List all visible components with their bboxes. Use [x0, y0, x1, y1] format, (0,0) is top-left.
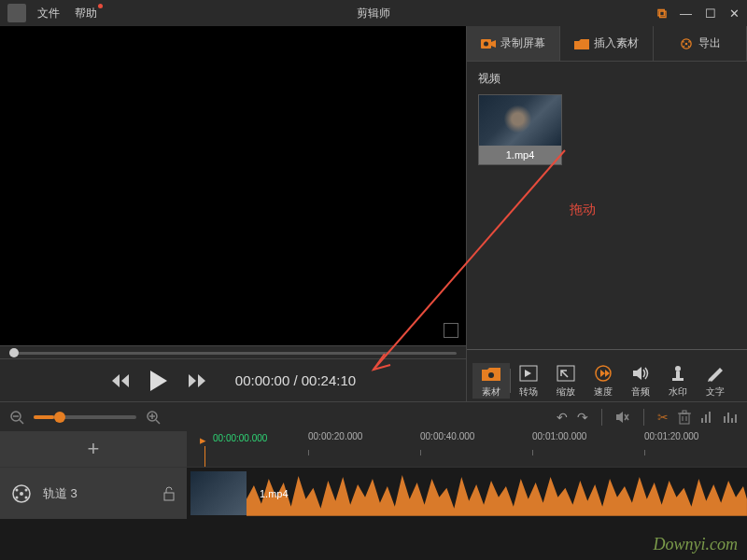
- ruler-mark: 00:01:00.000: [532, 431, 586, 441]
- svg-point-3: [685, 42, 688, 45]
- tool-audio[interactable]: 音频: [622, 363, 659, 399]
- svg-rect-25: [683, 411, 686, 413]
- svg-rect-41: [164, 493, 174, 500]
- media-clip-thumbnail[interactable]: 1.mp4: [478, 94, 562, 165]
- svg-rect-31: [724, 416, 726, 423]
- thumbnail-image: [479, 95, 561, 146]
- film-reel-icon: [11, 483, 32, 504]
- svg-rect-34: [735, 414, 737, 423]
- waveform-icon: [247, 471, 747, 516]
- close-icon[interactable]: ✕: [729, 7, 740, 21]
- watermark-icon: [668, 363, 688, 384]
- svg-line-22: [156, 420, 160, 424]
- minimize-icon[interactable]: —: [680, 7, 692, 21]
- scrub-bar[interactable]: [0, 345, 466, 358]
- speed-icon: [593, 363, 613, 384]
- fullscreen-icon[interactable]: [444, 323, 458, 338]
- tool-text[interactable]: 文字: [697, 363, 734, 399]
- play-button[interactable]: [148, 369, 170, 393]
- transition-icon: [518, 363, 539, 384]
- undo-button[interactable]: ↶: [557, 410, 568, 425]
- track-body[interactable]: 1.mp4: [187, 468, 747, 519]
- svg-point-38: [25, 488, 28, 491]
- svg-point-37: [16, 488, 19, 491]
- tab-insert-media[interactable]: 插入素材: [560, 26, 654, 61]
- svg-point-1: [484, 41, 488, 46]
- next-button[interactable]: [187, 372, 207, 389]
- svg-point-13: [675, 366, 681, 371]
- media-section-header: 视频: [478, 71, 736, 87]
- tool-speed-label: 速度: [594, 385, 613, 399]
- tool-audio-label: 音频: [631, 385, 650, 399]
- svg-rect-11: [557, 366, 574, 381]
- delete-button[interactable]: [678, 410, 691, 425]
- tool-material-label: 素材: [482, 385, 500, 399]
- cut-button[interactable]: ✂: [657, 410, 669, 425]
- svg-rect-30: [709, 412, 711, 423]
- app-title: 剪辑师: [357, 6, 390, 21]
- clip-thumbnail: [190, 471, 247, 515]
- zoom-in-button[interactable]: [146, 410, 161, 425]
- maximize-icon[interactable]: ☐: [705, 7, 716, 21]
- text-icon: [705, 363, 726, 384]
- svg-line-18: [20, 420, 23, 424]
- user-avatar[interactable]: [7, 4, 26, 22]
- tool-transition[interactable]: 转场: [510, 363, 547, 399]
- svg-point-4: [683, 41, 684, 43]
- tab-export[interactable]: 导出: [654, 26, 747, 61]
- mute-button[interactable]: [615, 411, 630, 424]
- track-lock-icon[interactable]: [162, 486, 176, 501]
- folder-icon: [481, 363, 501, 384]
- tool-speed[interactable]: 速度: [585, 363, 622, 399]
- clip-label: 1.mp4: [260, 488, 289, 499]
- timeline-clip[interactable]: 1.mp4: [190, 471, 747, 515]
- tool-text-label: 文字: [706, 385, 725, 399]
- timeline-playhead[interactable]: ▸ 00:00:00.000: [200, 431, 206, 448]
- redo-button[interactable]: ↷: [577, 410, 588, 425]
- tab-export-label: 导出: [698, 35, 721, 51]
- svg-rect-23: [680, 413, 689, 424]
- levels-button[interactable]: [700, 411, 713, 424]
- ruler-mark: 00:00:40.000: [420, 431, 474, 441]
- tool-zoom-label: 缩放: [557, 385, 575, 399]
- svg-point-9: [488, 372, 494, 378]
- menu-file[interactable]: 文件: [37, 6, 60, 21]
- zoom-slider[interactable]: [34, 415, 136, 419]
- zoom-icon: [556, 363, 576, 384]
- tab-insert-label: 插入素材: [594, 35, 639, 51]
- tool-watermark-label: 水印: [669, 385, 687, 399]
- restore-icon[interactable]: ⧉: [657, 6, 667, 21]
- tool-zoom[interactable]: 缩放: [547, 363, 585, 399]
- scrub-handle[interactable]: [9, 348, 19, 357]
- total-time: 00:24:10: [302, 372, 356, 388]
- track-header[interactable]: 轨道 3: [0, 468, 187, 519]
- ruler-mark: 00:01:20.000: [644, 431, 698, 441]
- equalizer-button[interactable]: [723, 411, 738, 424]
- menu-help[interactable]: 帮助: [75, 6, 97, 21]
- timeline-ruler[interactable]: ▸ 00:00:00.000 00:00:20.000 00:00:40.000…: [187, 431, 747, 467]
- svg-rect-32: [727, 413, 729, 423]
- tool-watermark[interactable]: 水印: [659, 363, 697, 399]
- tool-material[interactable]: 素材: [472, 363, 510, 399]
- zoom-slider-handle[interactable]: [54, 412, 65, 423]
- time-display: 00:00:00 / 00:24:10: [235, 372, 356, 388]
- svg-rect-33: [731, 418, 733, 423]
- svg-point-7: [688, 45, 690, 47]
- add-track-button[interactable]: +: [0, 431, 187, 467]
- drag-hint-text: 拖动: [570, 202, 596, 218]
- svg-rect-15: [672, 378, 684, 381]
- playhead-time: 00:00:00.000: [213, 433, 267, 443]
- svg-point-6: [684, 45, 685, 47]
- svg-point-39: [16, 496, 19, 498]
- playhead-flag-icon: ▸: [200, 433, 206, 447]
- page-watermark: Downyi.com: [654, 535, 738, 554]
- prev-button[interactable]: [110, 372, 131, 389]
- svg-rect-29: [705, 414, 707, 423]
- svg-rect-14: [676, 371, 680, 378]
- tab-record-screen[interactable]: 录制屏幕: [467, 26, 560, 61]
- ruler-mark: 00:00:20.000: [308, 431, 362, 441]
- zoom-out-button[interactable]: [9, 410, 24, 425]
- svg-point-36: [20, 492, 23, 496]
- tool-transition-label: 转场: [519, 385, 538, 399]
- video-preview[interactable]: [0, 26, 466, 345]
